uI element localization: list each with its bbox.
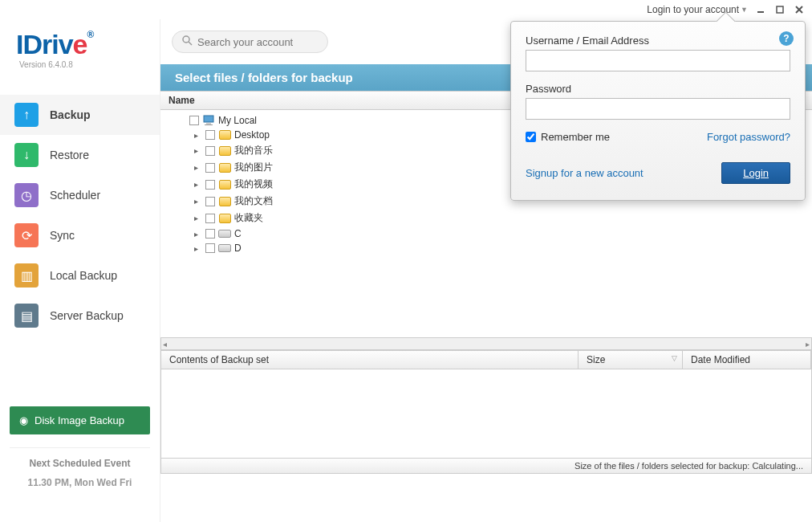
- svg-rect-1: [777, 6, 783, 13]
- help-icon[interactable]: ?: [779, 31, 794, 46]
- checkbox[interactable]: [189, 116, 199, 125]
- nav-local-backup[interactable]: ▥Local Backup: [0, 255, 160, 296]
- tree-item-label: 收藏夹: [234, 211, 263, 225]
- login-popup: ? Username / Email Address Password Reme…: [510, 21, 806, 201]
- forgot-password-link[interactable]: Forgot password?: [707, 131, 790, 143]
- checkbox[interactable]: [205, 130, 215, 140]
- checkbox[interactable]: [205, 214, 215, 223]
- scheduler-icon: ◷: [14, 183, 39, 207]
- tree-item-label: 我的视频: [234, 177, 273, 191]
- sort-icon: ▽: [672, 354, 677, 362]
- maximize-button[interactable]: [773, 3, 786, 16]
- status-bar: Size of the files / folders selected for…: [160, 458, 812, 474]
- tree-item-label: 我的图片: [234, 161, 273, 174]
- close-button[interactable]: [793, 3, 806, 16]
- svg-point-4: [183, 36, 189, 43]
- backup-icon: ↑: [14, 103, 39, 127]
- search-icon: [182, 35, 193, 48]
- titlebar: Login to your account ▼: [0, 0, 812, 19]
- minimize-button[interactable]: [754, 3, 767, 16]
- version-text: Version 6.4.0.8: [19, 60, 144, 69]
- expand-icon[interactable]: ▸: [194, 180, 202, 189]
- login-account-link[interactable]: Login to your account ▼: [647, 4, 748, 15]
- folder-icon: [218, 179, 231, 190]
- password-input[interactable]: [526, 98, 790, 120]
- col-size[interactable]: Size▽: [579, 351, 683, 369]
- contents-body: [160, 369, 812, 458]
- folder-icon: [218, 213, 231, 224]
- svg-rect-6: [204, 116, 213, 122]
- nav-backup[interactable]: ↑Backup: [0, 95, 160, 135]
- computer-icon: [202, 115, 215, 126]
- col-date[interactable]: Date Modified: [683, 351, 811, 369]
- checkbox[interactable]: [205, 197, 215, 206]
- login-button[interactable]: Login: [721, 162, 790, 184]
- username-input[interactable]: [526, 50, 790, 71]
- sidebar: IDrive® Version 6.4.0.8 ↑Backup ↓Restore…: [0, 19, 160, 522]
- checkbox[interactable]: [205, 243, 215, 253]
- logo: IDrive® Version 6.4.0.8: [0, 19, 160, 72]
- nav-sync[interactable]: ⟳Sync: [0, 215, 160, 255]
- nav-restore[interactable]: ↓Restore: [0, 135, 160, 175]
- signup-link[interactable]: Signup for a new account: [526, 167, 644, 179]
- drive-icon: [218, 243, 231, 254]
- restore-icon: ↓: [14, 143, 39, 167]
- folder-icon: [218, 196, 231, 207]
- folder-icon: [218, 145, 231, 157]
- nav: ↑Backup ↓Restore ◷Scheduler ⟳Sync ▥Local…: [0, 95, 160, 336]
- tree-item-label: C: [234, 228, 242, 239]
- horizontal-scrollbar[interactable]: ◂▸: [160, 337, 812, 350]
- password-label: Password: [526, 83, 790, 95]
- expand-icon[interactable]: ▸: [194, 146, 202, 155]
- drive-icon: [218, 228, 231, 239]
- tree-item-label: D: [234, 243, 242, 254]
- tree-item[interactable]: ▸D: [160, 241, 812, 255]
- tree-item[interactable]: ▸C: [160, 226, 812, 241]
- nav-scheduler[interactable]: ◷Scheduler: [0, 175, 160, 215]
- expand-icon[interactable]: ▸: [194, 197, 202, 206]
- remember-me-checkbox[interactable]: Remember me: [526, 131, 610, 143]
- checkbox[interactable]: [205, 163, 215, 173]
- folder-icon: [218, 162, 231, 173]
- local-backup-icon: ▥: [14, 263, 39, 288]
- server-backup-icon: ▤: [14, 304, 39, 328]
- tree-item-label: Desktop: [234, 129, 270, 141]
- disk-icon: ◉: [19, 414, 28, 426]
- folder-icon: [218, 129, 231, 141]
- contents-header: Contents of Backup set Size▽ Date Modifi…: [160, 350, 812, 369]
- expand-icon[interactable]: ▸: [194, 131, 202, 140]
- checkbox[interactable]: [205, 180, 215, 190]
- schedule-info: Next Scheduled Event 11.30 PM, Mon Wed F…: [10, 447, 150, 512]
- checkbox[interactable]: [205, 146, 215, 156]
- search-box[interactable]: [172, 31, 328, 53]
- col-contents[interactable]: Contents of Backup set: [161, 351, 579, 369]
- checkbox[interactable]: [205, 229, 215, 239]
- expand-icon[interactable]: ▸: [194, 230, 202, 239]
- sync-icon: ⟳: [14, 223, 39, 247]
- svg-rect-8: [205, 124, 213, 125]
- expand-icon[interactable]: ▸: [194, 214, 202, 222]
- username-label: Username / Email Address: [526, 35, 790, 47]
- svg-rect-7: [206, 123, 211, 124]
- tree-item-label: 我的文档: [234, 194, 273, 208]
- svg-line-5: [189, 42, 192, 45]
- tree-item-label: 我的音乐: [234, 144, 273, 157]
- expand-icon[interactable]: ▸: [194, 244, 202, 253]
- search-input[interactable]: [197, 36, 332, 48]
- dropdown-icon: ▼: [741, 6, 748, 14]
- nav-server-backup[interactable]: ▤Server Backup: [0, 296, 160, 336]
- expand-icon[interactable]: ▸: [194, 163, 202, 172]
- disk-image-backup-button[interactable]: ◉ Disk Image Backup: [10, 406, 150, 434]
- tree-item[interactable]: ▸收藏夹: [160, 210, 812, 226]
